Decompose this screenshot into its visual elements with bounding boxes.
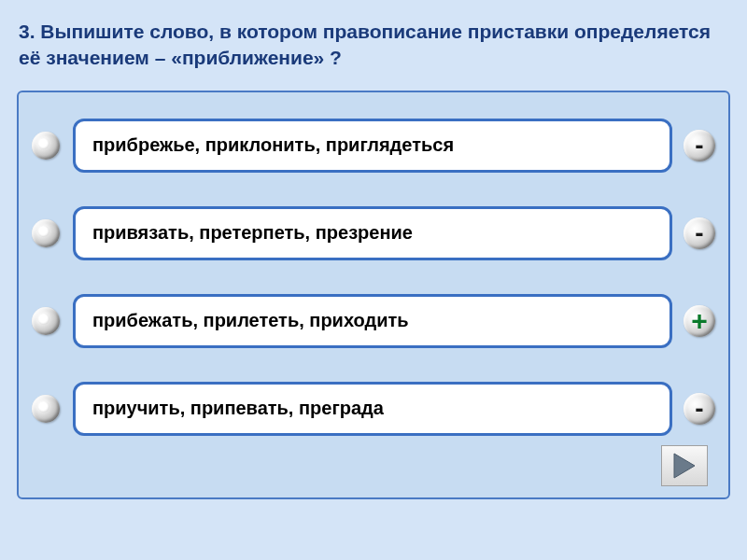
radio-button-2[interactable] (32, 219, 60, 247)
radio-button-3[interactable] (32, 307, 60, 335)
result-mark-2: - (684, 217, 715, 249)
result-mark-1: - (684, 130, 715, 161)
question-text: 3. Выпишите слово, в котором правописани… (17, 19, 730, 72)
answer-text-3[interactable]: прибежать, прилететь, приходить (73, 294, 672, 348)
result-mark-3: + (684, 305, 715, 337)
answer-text-4[interactable]: приучить, припевать, преграда (73, 382, 672, 436)
quiz-container: прибрежье, приклонить, приглядеться - пр… (17, 91, 730, 499)
next-button[interactable] (661, 445, 708, 486)
answer-text-1[interactable]: прибрежье, приклонить, приглядеться (73, 119, 672, 173)
answer-text-2[interactable]: привязать, претерпеть, презрение (73, 206, 672, 260)
radio-button-4[interactable] (32, 395, 60, 423)
option-row: прибежать, прилететь, приходить + (32, 294, 715, 348)
option-row: прибрежье, приклонить, приглядеться - (32, 119, 715, 173)
svg-marker-0 (674, 454, 695, 478)
play-icon (672, 452, 697, 480)
option-row: привязать, претерпеть, презрение - (32, 206, 715, 260)
option-row: приучить, припевать, преграда - (32, 382, 715, 436)
radio-button-1[interactable] (32, 132, 60, 160)
result-mark-4: - (684, 393, 715, 425)
